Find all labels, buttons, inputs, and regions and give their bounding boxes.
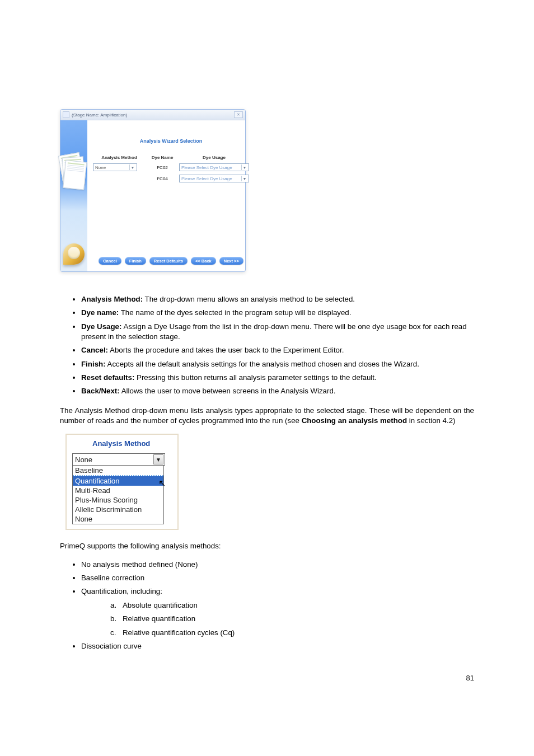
list-item: b.Relative quantification bbox=[110, 614, 474, 624]
chevron-down-icon: ▼ bbox=[241, 165, 247, 170]
dye-name-1: FC04 bbox=[146, 176, 179, 181]
wizard-button-row: Cancel Finish Reset Defaults << Back Nex… bbox=[93, 257, 249, 267]
header-dye-usage: Dye Usage bbox=[179, 155, 249, 160]
header-analysis-method: Analysis Method bbox=[93, 155, 146, 160]
column-headers: Analysis Method Dye Name Dye Usage bbox=[93, 155, 249, 160]
analysis-method-dropdown[interactable]: None ▼ bbox=[93, 163, 137, 171]
dye-name-0: FC02 bbox=[146, 165, 179, 170]
cancel-button[interactable]: Cancel bbox=[99, 257, 121, 265]
dropdown-option[interactable]: Allelic Discrimination bbox=[73, 505, 163, 514]
dropdown-selected-value: None bbox=[75, 456, 92, 464]
dialog-titlebar: (Stage Name: Amplification) ✕ bbox=[60, 110, 245, 120]
dropdown-option[interactable]: Plus-Minus Scoring bbox=[73, 495, 163, 505]
list-item: No analysis method defined (None) bbox=[81, 560, 474, 570]
list-item: Back/Next: Allows the user to move betwe… bbox=[81, 386, 474, 396]
paragraph-supported-methods: PrimeQ supports the following analysis m… bbox=[60, 541, 474, 551]
chevron-down-icon: ▼ bbox=[129, 165, 135, 170]
analysis-method-dropdown-figure: Analysis Method None ▼ Baseline Quantifi… bbox=[65, 434, 179, 530]
supported-methods-list: No analysis method defined (None) Baseli… bbox=[81, 560, 474, 651]
document-body: Analysis Method: The drop-down menu allo… bbox=[60, 294, 474, 682]
list-item: Dissociation curve bbox=[81, 641, 474, 651]
page-number: 81 bbox=[60, 674, 474, 682]
dropdown-closed-box[interactable]: None ▼ bbox=[72, 453, 165, 466]
paragraph-analysis-method-dropdown: The Analysis Method drop-down menu lists… bbox=[60, 406, 474, 426]
list-item: Reset defaults: Pressing this button ret… bbox=[81, 373, 474, 383]
dye-usage-value-0: Please Select Dye Usage bbox=[181, 165, 232, 170]
wizard-title: Analysis Wizard Selection bbox=[93, 138, 249, 144]
dropdown-option[interactable]: Baseline bbox=[73, 466, 163, 476]
paper-stack-illustration bbox=[60, 154, 87, 193]
dropdown-figure-heading: Analysis Method bbox=[72, 439, 172, 453]
quantification-sublist: a.Absolute quantification b.Relative qua… bbox=[110, 600, 474, 638]
next-button[interactable]: Next >> bbox=[219, 257, 243, 265]
feature-bullets: Analysis Method: The drop-down menu allo… bbox=[81, 294, 474, 397]
list-item: c.Relative quantification cycles (Cq) bbox=[110, 628, 474, 638]
reset-defaults-button[interactable]: Reset Defaults bbox=[149, 257, 188, 265]
list-item: Quantification, including: a.Absolute qu… bbox=[81, 586, 474, 637]
list-item: Baseline correction bbox=[81, 573, 474, 583]
dye-usage-value-1: Please Select Dye Usage bbox=[181, 176, 232, 181]
cursor-icon: ↖ bbox=[158, 478, 166, 489]
header-dye-name: Dye Name bbox=[146, 155, 179, 160]
finish-button[interactable]: Finish bbox=[125, 257, 146, 265]
dye-usage-dropdown-1[interactable]: Please Select Dye Usage ▼ bbox=[179, 175, 249, 182]
chevron-down-icon: ▼ bbox=[153, 454, 163, 464]
list-item: Cancel: Aborts the procedure and takes t… bbox=[81, 345, 474, 355]
list-item: a.Absolute quantification bbox=[110, 600, 474, 611]
list-item: Dye name: The name of the dyes selected … bbox=[81, 308, 474, 318]
dropdown-option-highlighted[interactable]: Quantification bbox=[73, 476, 163, 486]
list-item: Dye Usage: Assign a Dye Usage from the l… bbox=[81, 322, 474, 342]
analysis-method-value: None bbox=[95, 165, 106, 170]
dropdown-option[interactable]: None bbox=[73, 514, 163, 524]
q-logo-icon bbox=[63, 243, 85, 265]
list-item: Finish: Accepts all the default analysis… bbox=[81, 359, 474, 369]
app-icon bbox=[63, 111, 69, 118]
back-button[interactable]: << Back bbox=[191, 257, 216, 265]
dropdown-option[interactable]: Multi-Read bbox=[73, 486, 163, 495]
dropdown-open-list: Baseline Quantification Multi-Read Plus-… bbox=[72, 465, 164, 524]
window-title: (Stage Name: Amplification) bbox=[72, 112, 127, 118]
wizard-sidebar bbox=[60, 120, 87, 271]
chevron-down-icon: ▼ bbox=[241, 176, 247, 181]
list-item: Analysis Method: The drop-down menu allo… bbox=[81, 294, 474, 304]
analysis-wizard-dialog: (Stage Name: Amplification) ✕ Analysis W… bbox=[60, 109, 246, 272]
close-icon[interactable]: ✕ bbox=[234, 111, 243, 118]
dye-usage-dropdown-0[interactable]: Please Select Dye Usage ▼ bbox=[179, 163, 249, 171]
